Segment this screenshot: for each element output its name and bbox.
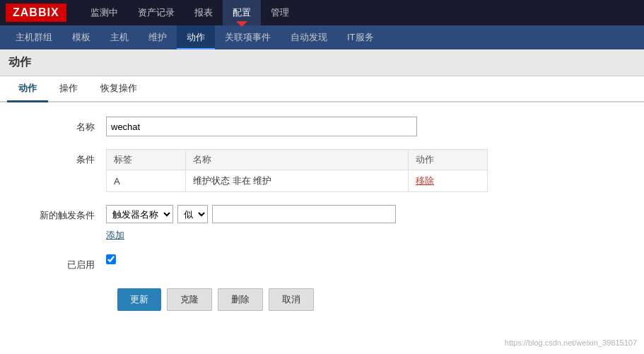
nav-templates[interactable]: 模板 bbox=[62, 25, 100, 49]
conditions-content: 标签 名称 动作 A 维护状态 非在 维护 移除 bbox=[106, 149, 616, 192]
logo[interactable]: ZABBIX bbox=[6, 4, 66, 22]
trigger-controls: 触发器名称 似 bbox=[106, 205, 616, 223]
clone-button[interactable]: 克隆 bbox=[167, 288, 212, 311]
col-name: 名称 bbox=[185, 150, 408, 170]
nav-event-correlation[interactable]: 关联项事件 bbox=[215, 25, 281, 49]
nav-item-reports[interactable]: 报表 bbox=[185, 0, 223, 25]
form: 名称 条件 标签 名称 动作 bbox=[0, 102, 644, 325]
enabled-row: 已启用 bbox=[28, 254, 616, 271]
conditions-label: 条件 bbox=[28, 149, 106, 166]
page-title: 动作 bbox=[0, 49, 644, 76]
enabled-checkbox-row bbox=[106, 254, 616, 264]
nav-item-admin[interactable]: 管理 bbox=[261, 0, 299, 25]
col-action: 动作 bbox=[409, 150, 488, 170]
row-tag: A bbox=[107, 170, 186, 192]
enabled-label: 已启用 bbox=[28, 254, 106, 271]
name-row: 名称 bbox=[28, 117, 616, 136]
conditions-table: 标签 名称 动作 A 维护状态 非在 维护 移除 bbox=[106, 149, 488, 192]
nav-item-assets[interactable]: 资产记录 bbox=[128, 0, 185, 25]
button-row: 更新 克隆 删除 取消 bbox=[117, 288, 616, 311]
new-trigger-label: 新的触发条件 bbox=[28, 205, 106, 222]
nav-maintenance[interactable]: 维护 bbox=[139, 25, 177, 49]
update-button[interactable]: 更新 bbox=[117, 288, 161, 311]
tabs: 动作 操作 恢复操作 bbox=[0, 76, 644, 102]
conditions-row: 条件 标签 名称 动作 A 维护状态 非在 维护 移除 bbox=[28, 149, 616, 192]
delete-button[interactable]: 删除 bbox=[218, 288, 263, 311]
new-trigger-row: 新的触发条件 触发器名称 似 添加 bbox=[28, 205, 616, 242]
nav-host-groups[interactable]: 主机群组 bbox=[6, 25, 62, 49]
nav-discovery[interactable]: 自动发现 bbox=[281, 25, 337, 49]
top-nav: ZABBIX 监测中 资产记录 报表 配置 管理 bbox=[0, 0, 644, 25]
enabled-checkbox[interactable] bbox=[106, 254, 116, 264]
tab-operation[interactable]: 操作 bbox=[48, 76, 89, 102]
cancel-button[interactable]: 取消 bbox=[269, 288, 314, 311]
name-input[interactable] bbox=[106, 117, 417, 136]
tab-action[interactable]: 动作 bbox=[7, 76, 48, 102]
nav-hosts[interactable]: 主机 bbox=[100, 25, 139, 49]
trigger-operator-select[interactable]: 似 bbox=[177, 205, 208, 223]
tab-recovery[interactable]: 恢复操作 bbox=[89, 76, 148, 102]
remove-link[interactable]: 移除 bbox=[416, 175, 434, 186]
nav-actions[interactable]: 动作 bbox=[177, 25, 215, 49]
name-content bbox=[106, 117, 616, 136]
table-row: A 维护状态 非在 维护 移除 bbox=[107, 170, 488, 192]
trigger-value-input[interactable] bbox=[212, 205, 396, 223]
trigger-type-select[interactable]: 触发器名称 bbox=[106, 205, 173, 223]
nav-item-monitor[interactable]: 监测中 bbox=[81, 0, 128, 25]
name-label: 名称 bbox=[28, 117, 106, 134]
watermark: https://blog.csdn.net/weixin_39815107 bbox=[505, 338, 637, 347]
col-tag: 标签 bbox=[107, 150, 186, 170]
nav-it-services[interactable]: IT服务 bbox=[337, 25, 384, 49]
nav-item-config[interactable]: 配置 bbox=[223, 0, 261, 25]
row-name: 维护状态 非在 维护 bbox=[185, 170, 408, 192]
top-nav-items: 监测中 资产记录 报表 配置 管理 bbox=[81, 0, 299, 25]
new-trigger-content: 触发器名称 似 添加 bbox=[106, 205, 616, 242]
add-condition-link[interactable]: 添加 bbox=[106, 230, 124, 240]
content-area: 动作 操作 恢复操作 名称 条件 标签 名称 动作 bbox=[0, 76, 644, 354]
enabled-content bbox=[106, 254, 616, 264]
second-nav: 主机群组 模板 主机 维护 动作 关联项事件 自动发现 IT服务 bbox=[0, 25, 644, 49]
